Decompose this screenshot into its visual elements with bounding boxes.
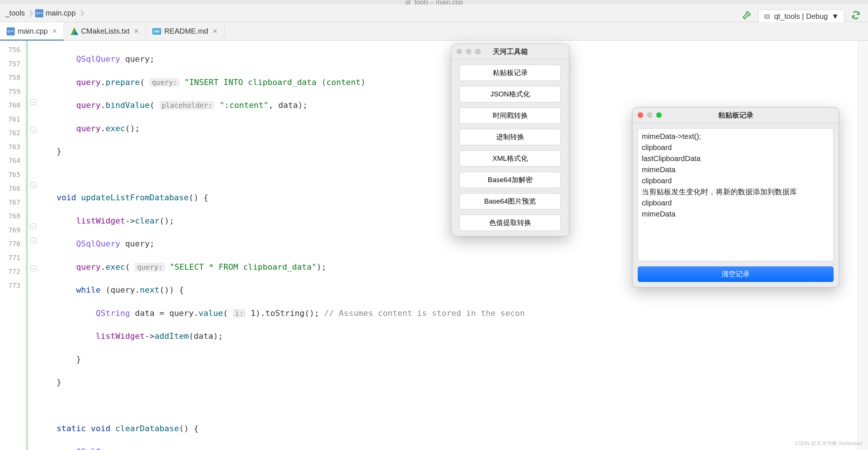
tool-json-format[interactable]: JSON格式化 xyxy=(460,86,561,102)
close-icon[interactable]: ✕ xyxy=(52,28,57,35)
list-item[interactable]: mimeData xyxy=(642,164,830,175)
window-titlebar[interactable]: 粘贴板记录 xyxy=(633,108,839,123)
fold-marker[interactable]: – xyxy=(30,99,36,105)
tab-label: CMakeLists.txt xyxy=(81,27,129,35)
list-item[interactable]: clipboard xyxy=(642,175,830,186)
fold-marker[interactable]: – xyxy=(30,182,36,188)
markdown-file-icon xyxy=(152,28,161,35)
list-item[interactable]: mimeData->text(); xyxy=(642,131,830,142)
breadcrumb-file[interactable]: main.cpp xyxy=(30,9,81,17)
traffic-light-min[interactable] xyxy=(647,112,652,118)
tab-label: README.md xyxy=(164,27,208,35)
fold-marker[interactable]: – xyxy=(30,238,36,243)
tool-timestamp[interactable]: 时间戳转换 xyxy=(460,108,561,124)
close-icon[interactable]: ✕ xyxy=(134,28,139,35)
breadcrumb-project[interactable]: _tools xyxy=(0,9,30,17)
cmake-file-icon xyxy=(71,28,78,35)
fold-marker[interactable]: – xyxy=(30,127,36,133)
tab-main-cpp[interactable]: main.cpp✕ xyxy=(0,22,64,40)
chevron-down-icon: ▼ xyxy=(831,12,839,21)
fold-marker[interactable]: – xyxy=(30,265,36,271)
list-item[interactable]: 当剪贴板发生变化时，将新的数据添加到数据库 xyxy=(642,186,830,197)
traffic-light-min[interactable] xyxy=(466,49,471,54)
editor-tabs: main.cpp✕ CMakeLists.txt✕ README.md✕ xyxy=(0,22,868,41)
close-icon[interactable]: ✕ xyxy=(213,28,217,35)
cpp-file-icon xyxy=(35,9,43,17)
list-item[interactable]: lastClipboardData xyxy=(642,153,830,164)
svg-rect-1 xyxy=(766,16,769,17)
tool-color-pick[interactable]: 色值提取转换 xyxy=(460,215,561,231)
fold-marker[interactable]: – xyxy=(30,224,36,229)
run-config-selector[interactable]: qt_tools | Debug ▼ xyxy=(758,10,844,23)
list-item[interactable]: clipboard xyxy=(642,197,830,208)
tab-readme[interactable]: README.md✕ xyxy=(146,22,224,40)
svg-rect-0 xyxy=(764,14,770,18)
window-title: 粘贴板记录 xyxy=(633,110,839,120)
build-icon[interactable] xyxy=(742,10,752,23)
fold-column: – – – – – – xyxy=(26,41,37,450)
clipboard-window[interactable]: 粘贴板记录 mimeData->text(); clipboard lastCl… xyxy=(632,107,839,287)
toolbox-window[interactable]: 天河工具箱 粘贴板记录 JSON格式化 时间戳转换 进制转换 XML格式化 Ba… xyxy=(451,44,569,236)
line-gutter: 7567577587597607617627637647657667677687… xyxy=(0,41,26,450)
window-titlebar: qt_tools – main.cpp xyxy=(0,0,868,4)
tool-base64-image[interactable]: Base64图片预览 xyxy=(460,193,561,209)
toolbar-right: qt_tools | Debug ▼ xyxy=(742,10,861,23)
list-item[interactable]: clipboard xyxy=(642,142,830,153)
run-config-label: qt_tools | Debug xyxy=(774,12,828,21)
clipboard-body: mimeData->text(); clipboard lastClipboar… xyxy=(633,123,839,287)
target-icon xyxy=(764,13,770,20)
window-titlebar[interactable]: 天河工具箱 xyxy=(451,44,569,59)
cpp-file-icon xyxy=(7,27,15,35)
tool-xml-format[interactable]: XML格式化 xyxy=(460,150,561,167)
clipboard-list[interactable]: mimeData->text(); clipboard lastClipboar… xyxy=(638,128,834,261)
breadcrumb: _tools main.cpp qt_tools | Debug ▼ xyxy=(0,4,868,22)
traffic-light-max[interactable] xyxy=(656,112,662,118)
toolbox-body: 粘贴板记录 JSON格式化 时间戳转换 进制转换 XML格式化 Base64加解… xyxy=(451,59,569,236)
tool-clipboard-history[interactable]: 粘贴板记录 xyxy=(460,65,561,81)
clear-records-button[interactable]: 清空记录 xyxy=(638,266,834,282)
tool-base-convert[interactable]: 进制转换 xyxy=(460,129,561,145)
traffic-light-max[interactable] xyxy=(475,49,481,54)
traffic-light-close[interactable] xyxy=(457,49,462,54)
right-gutter xyxy=(858,41,868,450)
tab-cmakelists[interactable]: CMakeLists.txt✕ xyxy=(64,22,146,40)
traffic-light-close[interactable] xyxy=(638,112,643,118)
breadcrumb-project-label: _tools xyxy=(5,9,25,17)
breadcrumb-file-label: main.cpp xyxy=(45,9,75,17)
watermark: CSDN @天河书阁 VicRestart xyxy=(795,440,862,447)
rerun-icon[interactable] xyxy=(851,10,861,23)
tool-base64[interactable]: Base64加解密 xyxy=(460,172,561,188)
tab-label: main.cpp xyxy=(18,27,48,35)
list-item[interactable]: mimeData xyxy=(642,208,830,219)
